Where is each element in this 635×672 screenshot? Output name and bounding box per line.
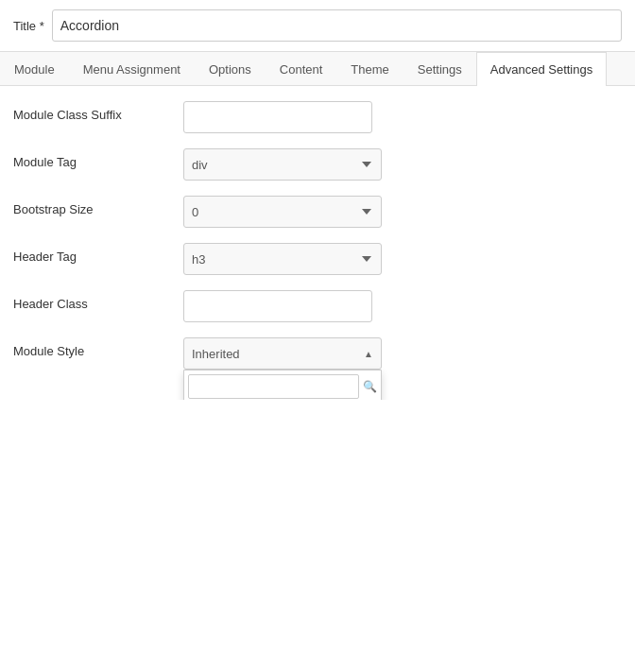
header-tag-label: Header Tag bbox=[13, 243, 183, 264]
bootstrap-size-wrap: 0123456789101112 bbox=[183, 196, 622, 228]
title-input[interactable] bbox=[52, 9, 622, 42]
module-style-container: Inherited ▲ 🔍 beezHidebeezTabsCorporatio… bbox=[183, 337, 382, 370]
module-tag-label: Module Tag bbox=[13, 148, 183, 169]
bootstrap-size-row: Bootstrap Size 0123456789101112 bbox=[13, 196, 622, 228]
bootstrap-size-select[interactable]: 0123456789101112 bbox=[183, 196, 382, 228]
tab-menu-assignment[interactable]: Menu Assignment bbox=[69, 52, 195, 86]
header-tag-wrap: h1h2h3h4h5h6 bbox=[183, 243, 622, 275]
module-style-label: Module Style bbox=[13, 337, 183, 358]
module-style-wrap: Inherited ▲ 🔍 beezHidebeezTabsCorporatio… bbox=[183, 337, 622, 370]
title-text: Title bbox=[13, 19, 36, 33]
dropdown-search-icon: 🔍 bbox=[363, 380, 377, 393]
header-class-wrap bbox=[183, 290, 622, 322]
tab-advanced-settings[interactable]: Advanced Settings bbox=[476, 52, 607, 86]
dropdown-search-input[interactable] bbox=[188, 374, 359, 399]
header-class-input[interactable] bbox=[183, 290, 372, 322]
module-class-suffix-input[interactable] bbox=[183, 101, 372, 133]
title-row: Title * bbox=[0, 0, 635, 52]
header-tag-row: Header Tag h1h2h3h4h5h6 bbox=[13, 243, 622, 275]
tab-theme[interactable]: Theme bbox=[336, 52, 403, 86]
tab-module[interactable]: Module bbox=[0, 52, 69, 86]
bootstrap-size-label: Bootstrap Size bbox=[13, 196, 183, 216]
dropdown-search-wrap: 🔍 bbox=[184, 370, 381, 400]
header-class-label: Header Class bbox=[13, 290, 183, 311]
tab-options[interactable]: Options bbox=[195, 52, 266, 86]
module-tag-select[interactable]: divspanarticlesection bbox=[183, 148, 382, 181]
module-style-trigger[interactable]: Inherited ▲ bbox=[183, 337, 382, 370]
title-label: Title * bbox=[13, 19, 44, 33]
header-tag-select[interactable]: h1h2h3h4h5h6 bbox=[183, 243, 382, 275]
module-style-row: Module Style Inherited ▲ 🔍 beezHidebeezT… bbox=[13, 337, 622, 370]
module-class-suffix-wrap bbox=[183, 101, 622, 133]
module-style-dropdown: 🔍 beezHidebeezTabsCorporationsimplezende… bbox=[183, 370, 382, 400]
module-class-suffix-label: Module Class Suffix bbox=[13, 101, 183, 122]
module-style-arrow-icon: ▲ bbox=[364, 349, 373, 359]
module-style-selected-text: Inherited bbox=[192, 347, 240, 361]
tab-settings[interactable]: Settings bbox=[403, 52, 476, 86]
module-tag-wrap: divspanarticlesection bbox=[183, 148, 622, 181]
module-tag-row: Module Tag divspanarticlesection bbox=[13, 148, 622, 181]
tabs-bar: ModuleMenu AssignmentOptionsContentTheme… bbox=[0, 52, 635, 86]
form-body: Module Class Suffix Module Tag divspanar… bbox=[0, 86, 635, 400]
tab-content[interactable]: Content bbox=[266, 52, 337, 86]
module-class-suffix-row: Module Class Suffix bbox=[13, 101, 622, 133]
header-class-row: Header Class bbox=[13, 290, 622, 322]
